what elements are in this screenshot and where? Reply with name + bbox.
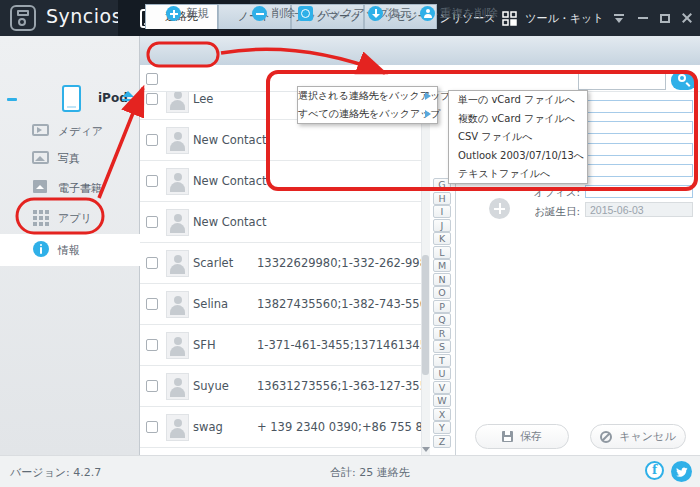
search-button[interactable] bbox=[671, 71, 697, 90]
save-icon bbox=[502, 431, 513, 442]
contact-name: New Contact bbox=[193, 174, 266, 188]
submenu-item-single-vcard[interactable]: 単一の vCard ファイルへ bbox=[449, 91, 587, 110]
contact-checkbox[interactable] bbox=[146, 93, 158, 105]
alpha-index-letter[interactable]: K bbox=[433, 232, 451, 245]
minus-icon bbox=[252, 6, 267, 21]
search-input[interactable] bbox=[578, 72, 666, 90]
menu-button[interactable] bbox=[610, 0, 628, 36]
detail-field-4[interactable] bbox=[585, 164, 693, 177]
contact-row[interactable]: New Contact bbox=[140, 202, 421, 243]
alpha-index-letter[interactable]: O bbox=[433, 286, 451, 299]
avatar bbox=[166, 250, 189, 277]
detail-field-1[interactable] bbox=[585, 100, 693, 113]
new-label: 新規 bbox=[186, 6, 209, 21]
maximize-button[interactable] bbox=[656, 0, 674, 36]
contact-row[interactable]: SFH 1-371-461-3455;13714613455 bbox=[140, 325, 421, 366]
alpha-index-letter[interactable]: X bbox=[433, 408, 451, 421]
sidebar-item-info[interactable]: 情報 bbox=[0, 234, 140, 266]
scroll-down-arrow-icon[interactable] bbox=[422, 447, 430, 452]
contact-row[interactable]: swag + 139 2340 0390;+86 755 8611 7717; bbox=[140, 407, 421, 448]
contact-phones: 13827435560;1-382-743-5560 bbox=[257, 297, 421, 311]
alpha-index-letter[interactable]: Y bbox=[433, 421, 451, 434]
detail-field-office[interactable] bbox=[585, 185, 693, 198]
alpha-index-letter[interactable]: V bbox=[433, 381, 451, 394]
alpha-index-letter[interactable]: H bbox=[433, 192, 451, 205]
nav-tab-label: ツール・キット bbox=[525, 11, 603, 26]
nav-tab-toolkit[interactable]: ツール・キット bbox=[498, 0, 608, 36]
maximize-icon bbox=[660, 14, 670, 23]
contact-checkbox[interactable] bbox=[146, 257, 158, 269]
save-button[interactable]: 保存 bbox=[475, 424, 569, 449]
remove-duplicates-button[interactable]: 重複を削除 bbox=[420, 0, 498, 27]
contact-name: Selina bbox=[193, 297, 228, 311]
alpha-index-letter[interactable]: R bbox=[433, 327, 451, 340]
detail-field-2[interactable] bbox=[585, 121, 693, 134]
contact-checkbox[interactable] bbox=[146, 339, 158, 351]
alpha-index-letter[interactable]: J bbox=[433, 219, 451, 232]
contact-checkbox[interactable] bbox=[146, 380, 158, 392]
alpha-index-letter[interactable]: Z bbox=[433, 435, 451, 448]
sidebar-item-apps[interactable]: アプリ bbox=[0, 203, 140, 233]
alpha-index-letter[interactable]: U bbox=[433, 367, 451, 380]
avatar bbox=[166, 291, 189, 318]
contact-checkbox[interactable] bbox=[146, 421, 158, 433]
backup-icon bbox=[298, 6, 313, 21]
info-icon bbox=[33, 241, 49, 257]
contact-checkbox[interactable] bbox=[146, 134, 158, 146]
sidebar-item-ebooks[interactable]: 電子書籍 bbox=[0, 173, 140, 203]
facebook-icon[interactable] bbox=[645, 461, 664, 480]
alpha-index-letter[interactable]: L bbox=[433, 246, 451, 259]
contact-checkbox[interactable] bbox=[146, 216, 158, 228]
delete-contact-button[interactable]: 削除 bbox=[252, 0, 295, 27]
alpha-index-letter[interactable]: I bbox=[433, 205, 451, 218]
eject-icon[interactable] bbox=[122, 91, 134, 102]
submenu-item-text-file[interactable]: テキストファイルへ bbox=[449, 165, 587, 184]
syncios-logo-icon bbox=[10, 5, 36, 31]
new-contact-button[interactable]: 新規 bbox=[166, 0, 209, 27]
select-all-checkbox[interactable] bbox=[146, 73, 158, 85]
alpha-index-letter[interactable]: M bbox=[433, 259, 451, 272]
contact-row[interactable]: Suyue 13631273556;1-363-127-3556 bbox=[140, 366, 421, 407]
alpha-index-letter[interactable]: T bbox=[433, 354, 451, 367]
alpha-index-letter[interactable]: Q bbox=[433, 313, 451, 326]
contact-name: swag bbox=[193, 420, 223, 434]
detail-field-3[interactable] bbox=[585, 143, 693, 156]
contact-row[interactable]: New Contact bbox=[140, 161, 421, 202]
alpha-index-letter[interactable]: P bbox=[433, 300, 451, 313]
submenu-item-multiple-vcard[interactable]: 複数の vCard ファイルへ bbox=[449, 110, 587, 129]
minimize-button[interactable] bbox=[634, 0, 652, 36]
contact-checkbox[interactable] bbox=[146, 175, 158, 187]
submenu-arrow-icon bbox=[425, 92, 431, 100]
cancel-button[interactable]: キャンセル bbox=[590, 424, 686, 449]
collapse-device-icon[interactable] bbox=[7, 98, 17, 101]
submenu-item-csv[interactable]: CSV ファイルへ bbox=[449, 128, 587, 147]
office-label: オフィス: bbox=[505, 186, 580, 200]
app-title: Syncios bbox=[46, 5, 122, 27]
add-photo-button[interactable] bbox=[489, 198, 510, 219]
sidebar-item-photos[interactable]: 写真 bbox=[0, 143, 140, 173]
menu-item-backup-selected[interactable]: 選択される連絡先をバックアップ bbox=[298, 87, 437, 105]
contact-name: New Contact bbox=[193, 215, 266, 229]
contact-checkbox[interactable] bbox=[146, 298, 158, 310]
contact-row[interactable]: New Contact bbox=[140, 120, 421, 161]
plus-icon bbox=[166, 6, 181, 21]
contact-phones: 1-371-461-3455;13714613455 bbox=[257, 338, 421, 352]
alpha-index-letter[interactable]: S bbox=[433, 340, 451, 353]
close-button[interactable] bbox=[678, 0, 696, 36]
sidebar: iPod メディア 写真 電子書籍 アプリ 情報 bbox=[0, 36, 140, 455]
restore-button[interactable]: 復元 bbox=[368, 0, 411, 27]
menu-item-backup-all[interactable]: すべての連絡先をバックアップ bbox=[298, 105, 437, 123]
submenu-arrow-icon bbox=[425, 110, 431, 118]
sidebar-item-media[interactable]: メディア bbox=[0, 116, 140, 146]
birthday-input[interactable] bbox=[585, 202, 693, 217]
twitter-icon[interactable] bbox=[671, 461, 692, 482]
contact-row[interactable]: Selina 13827435560;1-382-743-5560 bbox=[140, 284, 421, 325]
scrollbar-thumb[interactable] bbox=[422, 255, 429, 375]
submenu-item-outlook[interactable]: Outlook 2003/07/10/13へ bbox=[449, 147, 587, 166]
contact-row[interactable]: Scarlet 13322629980;1-332-262-9980 bbox=[140, 243, 421, 284]
sidebar-item-label: 写真 bbox=[58, 151, 80, 166]
alpha-index-letter[interactable]: N bbox=[433, 273, 451, 286]
alpha-index-letter[interactable]: W bbox=[433, 394, 451, 407]
backup-dropdown-menu: 選択される連絡先をバックアップ すべての連絡先をバックアップ bbox=[297, 86, 438, 124]
contact-phones: 13322629980;1-332-262-9980 bbox=[257, 256, 421, 270]
